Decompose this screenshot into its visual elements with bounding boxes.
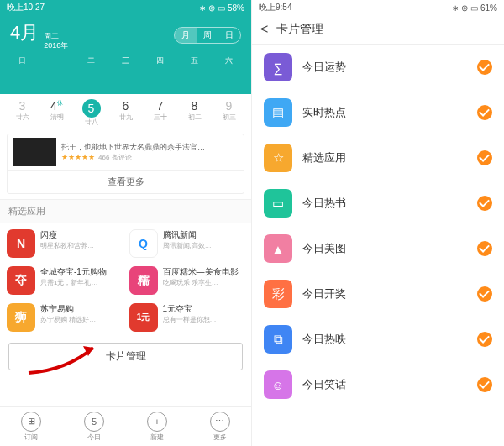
day-4[interactable]: 4休清明: [39, 97, 74, 129]
app-item[interactable]: 糯百度糯米—美食电影吃喝玩乐 乐享生…: [126, 262, 249, 299]
month-label: 4月: [10, 20, 39, 45]
picture-icon: ▲: [264, 234, 292, 263]
bluetooth-icon: ∗: [199, 3, 206, 13]
day-9[interactable]: 9初三: [212, 97, 246, 129]
featured-snippet: 托王，也能地下世界大名鼎鼎的杀手法官…: [61, 142, 239, 153]
film-icon: ⧉: [264, 325, 292, 354]
star-rating-icon: ★★★★★: [61, 153, 95, 161]
weekday-row: 日一二三四五六: [0, 55, 251, 66]
app-icon: 糯: [129, 266, 158, 295]
app-item[interactable]: N闪瘦明星私教和营养…: [3, 225, 126, 262]
left-phone: 晚上10:27 ∗ ⊚ ▭ 58% 4月 周二 2016年 月 周 日: [0, 0, 252, 446]
status-right: ∗ ⊚ ▭ 58%: [199, 3, 244, 13]
news-icon: ▤: [264, 98, 292, 127]
tab-today[interactable]: 5今日: [63, 407, 126, 446]
see-more-button[interactable]: 查看更多: [8, 170, 244, 193]
status-right: ∗ ⊚ ▭ 61%: [452, 3, 497, 13]
app-item[interactable]: 夺全城夺宝-1元购物只需1元，新年礼…: [3, 262, 126, 299]
status-bar: 晚上10:27 ∗ ⊚ ▭ 58%: [0, 0, 251, 15]
seg-month[interactable]: 月: [175, 28, 197, 43]
app-icon: N: [7, 229, 35, 258]
apps-grid: N闪瘦明星私教和营养… Q腾讯新闻腾讯新闻,高效… 夺全城夺宝-1元购物只需1元…: [0, 223, 251, 338]
checked-icon[interactable]: [477, 332, 492, 347]
battery-icon: ▭: [218, 3, 225, 13]
smile-icon: ☺: [264, 370, 292, 399]
date-icon: 5: [84, 412, 104, 432]
status-bar: 晚上9:54 ∗ ⊚ ▭ 61%: [252, 0, 504, 15]
plus-icon: +: [147, 412, 167, 432]
lottery-icon: 彩: [264, 280, 292, 308]
card-management-button[interactable]: 卡片管理: [8, 343, 243, 370]
battery-pct: 58%: [228, 3, 244, 13]
month-sub: 周二 2016年: [44, 32, 68, 50]
status-time: 晚上9:54: [259, 2, 291, 13]
star-icon: ☆: [264, 144, 292, 172]
battery-icon: ▭: [470, 3, 478, 13]
app-icon: Q: [129, 229, 158, 258]
day-6[interactable]: 6廿九: [108, 97, 143, 129]
grid-icon: ⊞: [21, 412, 41, 432]
featured-card[interactable]: 托王，也能地下世界大名鼎鼎的杀手法官… ★★★★★466 条评论 查看更多: [7, 134, 244, 194]
back-icon[interactable]: <: [260, 22, 268, 37]
status-time: 晚上10:27: [7, 2, 45, 13]
day-7[interactable]: 7三十: [143, 97, 177, 129]
day-5[interactable]: 5廿八: [74, 97, 108, 129]
bottom-tabbar: ⊞订阅 5今日 +新建 ⋯更多: [0, 406, 251, 446]
checked-icon[interactable]: [477, 150, 492, 165]
wifi-icon: ⊚: [208, 3, 215, 13]
card-list[interactable]: ∑今日运势 ▤实时热点 ☆精选应用 ▭今日热书 ▲今日美图 彩今日开奖 ⧉今日热…: [252, 45, 504, 407]
day-8[interactable]: 8初二: [177, 97, 212, 129]
date-row: 3廿六 4休清明 5廿八 6廿九 7三十 8初二 9初三: [0, 94, 251, 129]
card-row-apps[interactable]: ☆精选应用: [252, 135, 504, 181]
book-icon: ▭: [264, 189, 292, 218]
fortune-icon: ∑: [264, 53, 292, 81]
card-row-movies[interactable]: ⧉今日热映: [252, 317, 504, 362]
app-icon: 夺: [7, 266, 35, 295]
month-display[interactable]: 4月 周二 2016年: [10, 20, 68, 50]
section-apps-title: 精选应用: [0, 199, 251, 223]
card-row-lottery[interactable]: 彩今日开奖: [252, 271, 504, 317]
card-row-books[interactable]: ▭今日热书: [252, 181, 504, 226]
seg-week[interactable]: 周: [197, 28, 218, 43]
card-row-hotspot[interactable]: ▤实时热点: [252, 90, 504, 135]
day-3[interactable]: 3廿六: [5, 97, 39, 129]
tab-more[interactable]: ⋯更多: [188, 407, 251, 446]
thumb-image: [13, 138, 56, 166]
checked-icon[interactable]: [477, 377, 492, 392]
checked-icon[interactable]: [477, 60, 492, 75]
seg-day[interactable]: 日: [218, 28, 240, 43]
page-header: < 卡片管理: [252, 15, 504, 45]
app-icon: 1元: [129, 303, 158, 332]
wifi-icon: ⊚: [461, 3, 468, 13]
card-row-fortune[interactable]: ∑今日运势: [252, 45, 504, 90]
calendar-header: 晚上10:27 ∗ ⊚ ▭ 58% 4月 周二 2016年 月 周 日: [0, 0, 251, 94]
checked-icon[interactable]: [477, 241, 492, 256]
app-item[interactable]: 狮苏宁易购苏宁易购 精选好…: [3, 299, 126, 336]
card-row-pics[interactable]: ▲今日美图: [252, 226, 504, 271]
dots-icon: ⋯: [210, 412, 230, 432]
view-segmented[interactable]: 月 周 日: [174, 27, 241, 44]
battery-pct: 61%: [480, 3, 497, 13]
checked-icon[interactable]: [477, 286, 492, 302]
checked-icon[interactable]: [477, 196, 492, 211]
review-count: 466 条评论: [98, 154, 132, 161]
app-icon: 狮: [7, 303, 35, 332]
page-title: 卡片管理: [276, 22, 323, 37]
app-item[interactable]: 1元1元夺宝总有一样是你想…: [126, 299, 249, 336]
card-row-jokes[interactable]: ☺今日笑话: [252, 362, 504, 407]
tab-subscribe[interactable]: ⊞订阅: [0, 407, 63, 446]
checked-icon[interactable]: [477, 105, 492, 120]
right-phone: 晚上9:54 ∗ ⊚ ▭ 61% < 卡片管理 ∑今日运势 ▤实时热点 ☆精选应…: [252, 0, 504, 446]
bluetooth-icon: ∗: [452, 3, 459, 13]
arrow-annotation-icon: [24, 341, 100, 375]
app-item[interactable]: Q腾讯新闻腾讯新闻,高效…: [126, 225, 249, 262]
tab-new[interactable]: +新建: [126, 407, 189, 446]
